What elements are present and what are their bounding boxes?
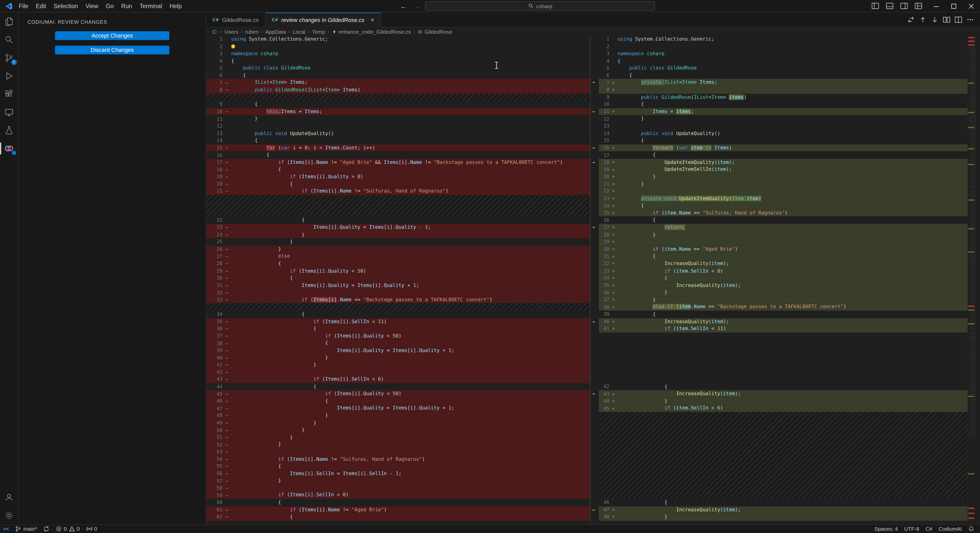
status-language[interactable]: C# [922, 526, 935, 532]
code-line[interactable]: 19+ UpdateItemSellIn(item); [599, 166, 967, 173]
code-line[interactable]: 4{ [599, 57, 967, 65]
code-line[interactable]: 5 public class GildedRose [599, 65, 967, 72]
revert-change-arrow-icon[interactable]: → [592, 391, 595, 397]
code-line[interactable]: 44+ } [599, 398, 967, 404]
layout-sidebar-icon[interactable] [869, 0, 882, 11]
code-line[interactable]: 45– if (Items[i].Quality < 50) [206, 390, 590, 398]
code-line[interactable]: 4{ [206, 57, 590, 65]
tab-review-changes[interactable]: C#review changes in GildedRose.cs× [266, 13, 381, 27]
revert-change-arrow-icon[interactable]: → [592, 224, 595, 231]
code-line[interactable]: 27– else [206, 253, 590, 260]
code-line[interactable]: 59– if (Items[i].SellIn < 0) [206, 492, 590, 499]
inline-view-icon[interactable] [942, 15, 951, 24]
status-notifications[interactable] [965, 526, 977, 532]
code-line[interactable]: 48+ } [599, 513, 967, 520]
code-line[interactable]: 39– Items[i].Quality = Items[i].Quality … [206, 347, 590, 354]
menu-edit[interactable]: Edit [32, 1, 50, 11]
revert-change-arrow-icon[interactable]: → [592, 145, 595, 151]
code-line[interactable]: 40+ IncreaseQuality(item); [599, 318, 967, 325]
code-line[interactable]: 11+ Items = items; [599, 108, 967, 115]
code-line[interactable]: 7+ private IList<Item> Items; [599, 79, 967, 86]
close-button[interactable] [963, 0, 980, 12]
revert-change-arrow-icon[interactable]: → [592, 159, 595, 165]
status-ports[interactable]: 0 [83, 525, 100, 533]
diff-modified-pane[interactable]: 1using System.Collections.Generic;23name… [599, 36, 967, 524]
code-line[interactable]: 3namespace csharp [206, 50, 590, 57]
open-changes-icon[interactable] [906, 15, 916, 24]
command-center-search[interactable]: csharp [425, 2, 655, 11]
code-line[interactable]: 7– IList<Item> Items; [206, 79, 590, 86]
code-line[interactable]: 58– [206, 485, 590, 492]
activity-testing[interactable] [0, 121, 18, 139]
breadcrumb-item[interactable]: enhance_code_GildedRose.cs [332, 28, 411, 35]
code-line[interactable]: 54– if (Items[i].Name != "Sulfuras, Hand… [206, 455, 590, 463]
code-line[interactable]: 9 { [206, 101, 590, 108]
status-remote[interactable]: >< [0, 525, 12, 533]
code-line[interactable]: 10 { [599, 101, 967, 108]
breadcrumb-item[interactable]: AppData [266, 28, 286, 35]
code-line[interactable]: 2 [206, 43, 590, 50]
activity-remote-explorer[interactable] [0, 103, 18, 121]
breadcrumb-item[interactable]: ruben [245, 28, 259, 35]
diff-original-pane[interactable]: 1using System.Collections.Generic;23name… [206, 36, 590, 524]
code-line[interactable]: 38+ else if (item.Name == "Backstage pas… [599, 304, 967, 311]
code-line[interactable]: 8+ [599, 86, 967, 94]
code-line[interactable]: 28+ } [599, 231, 967, 238]
split-editor-icon[interactable] [954, 15, 963, 24]
code-line[interactable]: 43+ IncreaseQuality(item); [599, 390, 967, 398]
code-line[interactable]: 30+ if (item.Name == "Aged Brie") [599, 245, 967, 253]
status-spaces[interactable]: Spaces: 4 [871, 526, 901, 532]
code-line[interactable]: 21+ } [599, 180, 967, 188]
revert-change-arrow-icon[interactable]: → [592, 80, 595, 86]
code-line[interactable]: 17– if (Items[i].Name != "Aged Brie" && … [206, 159, 590, 166]
code-line[interactable]: 38– { [206, 339, 590, 347]
code-line[interactable]: 49– } [206, 419, 590, 426]
code-line[interactable]: 21– if (Items[i].Name != "Sulfuras, Hand… [206, 188, 590, 195]
menu-help[interactable]: Help [166, 1, 186, 11]
activity-settings[interactable] [0, 506, 18, 524]
code-line[interactable]: 9 public GildedRose(IList<Item> items) [599, 94, 967, 100]
revert-change-arrow-icon[interactable]: → [592, 507, 595, 513]
code-line[interactable]: 28– { [206, 260, 590, 267]
breadcrumb-item[interactable]: C: [213, 28, 218, 35]
activity-explorer[interactable] [0, 13, 18, 31]
breadcrumb-item[interactable]: Users [224, 28, 239, 35]
next-change-icon[interactable] [930, 15, 939, 24]
code-line[interactable]: 61– if (Items[i].Name != "Aged Brie") [206, 506, 590, 513]
breadcrumb-item[interactable]: Local [293, 28, 305, 35]
code-line[interactable]: 32– [206, 289, 590, 296]
forward-button[interactable]: → [412, 2, 422, 10]
code-line[interactable]: 23+ private void UpdateItemQuality(Item … [599, 195, 967, 202]
code-line[interactable]: 12 } [599, 115, 967, 122]
code-line[interactable]: 24– } [206, 231, 590, 238]
status-sync[interactable] [40, 525, 52, 533]
code-line[interactable]: 33– if (Items[i].Name == "Backstage pass… [206, 296, 590, 303]
code-line[interactable]: 15– for (var i = 0; i < Items.Count; i++… [206, 144, 590, 151]
code-line[interactable]: 30– { [206, 274, 590, 282]
code-line[interactable]: 1using System.Collections.Generic; [206, 36, 590, 43]
code-line[interactable]: 57– } [206, 477, 590, 484]
code-line[interactable]: 39 { [599, 311, 967, 318]
code-line[interactable]: 5 public class GildedRose [206, 65, 590, 72]
code-line[interactable]: 52– } [206, 441, 590, 448]
code-line[interactable]: 26 { [599, 216, 967, 224]
activity-search[interactable] [0, 31, 18, 49]
code-line[interactable]: 55– { [206, 463, 590, 470]
code-line[interactable]: 29+ [599, 239, 967, 245]
revert-change-arrow-icon[interactable]: → [592, 109, 595, 115]
code-line[interactable]: 6 { [206, 72, 590, 79]
code-line[interactable]: 17 { [599, 151, 967, 159]
previous-change-icon[interactable] [918, 15, 928, 24]
code-line[interactable]: 40– } [206, 354, 590, 361]
code-line[interactable]: 47– Items[i].Quality = Items[i].Quality … [206, 405, 590, 412]
code-line[interactable]: 37– if (Items[i].Quality < 50) [206, 333, 590, 339]
code-line[interactable]: 33+ if (item.SellIn < 0) [599, 267, 967, 274]
layout-sidebar-right-icon[interactable] [897, 0, 911, 11]
code-line[interactable]: 29– if (Items[i].Quality < 50) [206, 267, 590, 274]
minimize-button[interactable] [928, 0, 945, 12]
activity-account[interactable] [0, 488, 18, 506]
activity-source-control[interactable]: 1 [0, 49, 18, 67]
minimap[interactable] [967, 36, 980, 524]
code-line[interactable]: 16+ foreach (var item in Items) [599, 144, 967, 151]
code-line[interactable]: 6 { [599, 72, 967, 79]
